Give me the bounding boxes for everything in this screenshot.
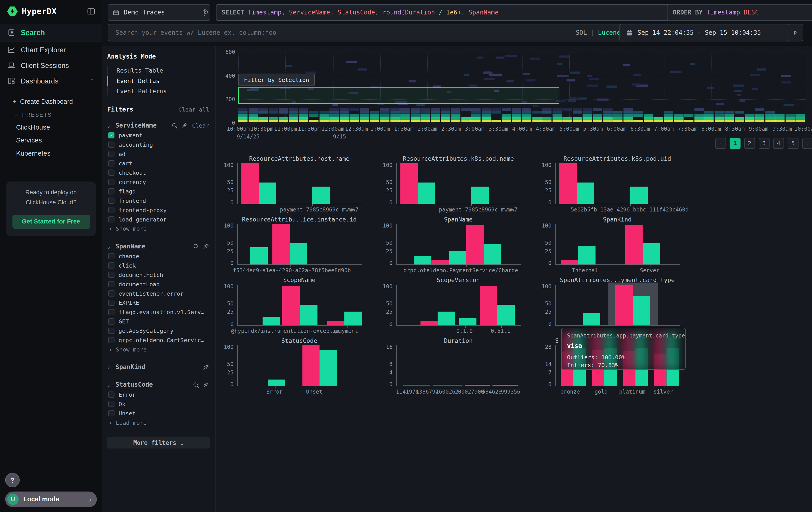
filter-checkbox-row[interactable]: flagd.evaluation.v1.Serv… [107,307,209,317]
bar-outliers[interactable] [432,260,449,265]
lucene-mode[interactable]: Lucene [598,29,620,36]
help-button[interactable]: ? [5,473,20,487]
page-button-4[interactable]: 4 [773,138,784,149]
checkbox[interactable] [108,328,115,334]
filter-by-selection-button[interactable]: Filter by Selection [238,74,315,86]
checkbox[interactable] [108,309,115,315]
language-toggle[interactable]: SQL | Lucene [576,29,620,36]
page-prev-button[interactable]: ‹ [715,138,726,149]
filter-checkbox-row[interactable]: eventListener.error [107,289,209,298]
sidebar-item-chart-explorer[interactable]: Chart Explorer [0,42,102,58]
bar-outliers[interactable] [615,285,633,325]
bar-outliers[interactable] [559,163,577,204]
checkbox[interactable]: ✓ [108,132,115,138]
chart-plot[interactable] [555,163,680,204]
sidebar-preset-services[interactable]: Services [0,134,102,147]
chart-plot[interactable] [396,224,521,265]
heatmap-selection-rect[interactable] [238,87,559,104]
bar-outliers[interactable] [401,163,418,204]
bar-inliers[interactable] [418,183,435,204]
run-query-button[interactable] [788,24,803,42]
checkbox[interactable] [108,410,115,416]
search-icon[interactable] [171,122,178,129]
more-filters-button[interactable]: More filters ⌄ [107,437,210,448]
bar-inliers[interactable] [497,305,515,325]
filter-group-statuscode[interactable]: ⌄StatusCode [107,380,209,390]
bar-inliers[interactable] [630,187,647,204]
presets-header[interactable]: ⌄ PRESETS [0,108,102,121]
chart-plot[interactable] [237,345,362,386]
checkbox[interactable] [108,197,115,204]
bar-outliers[interactable] [327,321,345,325]
filter-group-spanname[interactable]: ⌄SpanName [107,241,209,251]
bar-outliers[interactable] [625,225,643,265]
search-input[interactable] [115,28,571,37]
filter-checkbox-row[interactable]: frontend [107,196,209,205]
page-button-5[interactable]: 5 [788,138,799,149]
checkbox[interactable] [108,281,115,287]
sql-mode[interactable]: SQL [576,29,587,36]
bar-outliers[interactable] [420,321,438,325]
filter-checkbox-row[interactable]: frontend-proxy [107,205,209,215]
local-mode-button[interactable]: U Local mode › [5,491,97,507]
chart-plot[interactable] [396,285,521,326]
bar-inliers[interactable] [643,243,660,264]
filter-checkbox-row[interactable]: change [107,251,209,261]
bar-inliers[interactable] [290,243,307,264]
gear-icon[interactable]: ⚙ [203,8,208,16]
bar-inliers[interactable] [345,312,362,325]
bar-inliers[interactable] [578,246,596,265]
bar-outliers[interactable] [466,225,484,265]
bar-inliers[interactable] [263,317,280,325]
page-button-1[interactable]: 1 [730,138,741,149]
filter-checkbox-row[interactable]: Error [107,390,209,399]
show-more-button[interactable]: ›Load more [107,418,209,428]
bar-inliers[interactable] [465,384,490,385]
filter-group-servicename[interactable]: ⌄ServiceNameClear [107,120,209,131]
bar-outliers[interactable] [480,286,497,325]
checkbox[interactable] [108,188,115,194]
pin-icon[interactable] [181,122,188,129]
bar-outliers[interactable] [282,286,300,325]
filter-checkbox-row[interactable]: ✓payment [107,131,209,140]
bar-inliers[interactable] [312,187,329,204]
bar-inliers[interactable] [492,384,518,385]
filter-checkbox-row[interactable]: EXPIRE [107,298,209,307]
checkbox[interactable] [108,141,115,148]
chart-plot[interactable] [396,163,521,204]
filter-checkbox-row[interactable]: grpc.oteldemo.CartServic… [107,335,209,345]
bar-inliers[interactable] [583,313,600,325]
page-button-3[interactable]: 3 [759,138,770,149]
get-started-button[interactable]: Get Started for Free [12,214,90,228]
checkbox[interactable] [108,392,115,398]
filter-checkbox-row[interactable]: documentLoad [107,279,209,289]
bar-outliers[interactable] [560,261,578,265]
filter-checkbox-row[interactable]: currency [107,178,209,187]
checkbox[interactable] [108,179,115,185]
filter-checkbox-row[interactable]: getAdsByCategory [107,326,209,335]
bar-inliers[interactable] [484,244,501,265]
checkbox[interactable] [108,300,115,306]
bar-inliers[interactable] [414,257,431,265]
sidebar-preset-clickhouse[interactable]: ClickHouse [0,121,102,134]
bar-outliers[interactable] [302,345,320,386]
order-by-editor[interactable]: ORDER BY Timestamp DESC [667,4,812,21]
chart-plot[interactable] [237,285,362,326]
page-next-button[interactable]: › [802,138,812,149]
filter-checkbox-row[interactable]: ad [107,150,209,159]
bar-outliers[interactable] [272,224,290,265]
bar-outliers[interactable] [433,384,462,385]
checkbox[interactable] [108,151,115,157]
bar-outliers[interactable] [403,384,430,385]
show-more-button[interactable]: ›Show more [107,224,209,234]
pin-icon[interactable] [203,364,209,371]
filter-checkbox-row[interactable]: GET [107,317,209,326]
bar-outliers[interactable] [241,163,259,204]
filter-checkbox-row[interactable]: load-generator [107,215,209,224]
sidebar-preset-kubernetes[interactable]: Kubernetes [0,147,102,160]
filter-checkbox-row[interactable]: checkout [107,168,209,178]
bar-inliers[interactable] [320,350,337,386]
bar-inliers[interactable] [633,296,650,325]
checkbox[interactable] [108,401,115,407]
filter-checkbox-row[interactable]: Unset [107,408,209,418]
